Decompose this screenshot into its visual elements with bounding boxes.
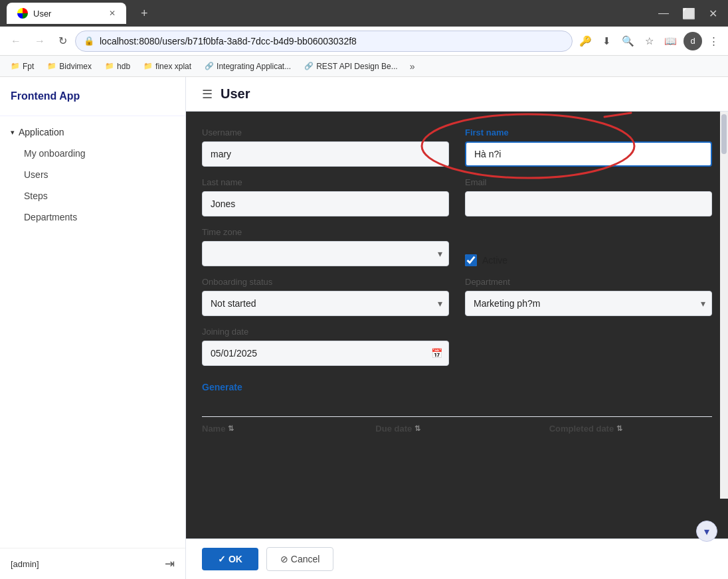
joining-date-input[interactable] — [202, 341, 449, 366]
folder-icon: 📁 — [47, 62, 56, 70]
generate-button[interactable]: Generate — [202, 376, 712, 398]
sidebar: Frontend App ▾ Application My onboarding… — [0, 77, 186, 579]
department-select[interactable]: Marketing ph?m — [465, 291, 712, 316]
email-label: Email — [465, 177, 712, 187]
app-title: Frontend App — [0, 77, 185, 116]
new-tab-button[interactable]: + — [130, 3, 159, 24]
username-group: Username — [202, 127, 449, 167]
timezone-select-wrapper — [202, 241, 449, 266]
lastname-group: Last name — [202, 177, 449, 216]
svg-line-1 — [604, 113, 631, 117]
hamburger-icon[interactable]: ☰ — [202, 87, 213, 102]
password-icon-button[interactable]: 🔑 — [575, 33, 596, 50]
scrollbar-track — [720, 112, 728, 499]
sidebar-item-steps[interactable]: Steps — [0, 185, 185, 207]
email-input[interactable] — [465, 191, 712, 216]
tab-close-button[interactable]: ✕ — [109, 9, 116, 18]
active-group: Active — [465, 227, 712, 266]
url-display: localhost:8080/users/b71f0bfa-3a8d-7dcc-… — [100, 36, 564, 46]
profile-icon[interactable]: d — [683, 32, 702, 50]
logout-button[interactable]: ⇥ — [165, 556, 175, 571]
form-grid: Username First name Last name — [202, 127, 712, 438]
lastname-label: Last name — [202, 177, 449, 187]
onboarding-select[interactable]: Not started — [202, 291, 449, 316]
bookmark-finex[interactable]: 📁 finex xplat — [138, 60, 197, 72]
address-bar[interactable]: 🔒 localhost:8080/users/b71f0bfa-3a8d-7dc… — [75, 31, 573, 52]
username-label: Username — [202, 127, 449, 137]
sidebar-item-departments[interactable]: Departments — [0, 207, 185, 228]
more-options-button[interactable]: ⋮ — [705, 33, 723, 50]
close-button[interactable]: ✕ — [705, 6, 721, 21]
cancel-button[interactable]: ⊘ Cancel — [266, 547, 333, 571]
bookmark-rest-api[interactable]: 🔗 REST API Design Be... — [299, 60, 403, 72]
bookmark-bidvimex[interactable]: 📁 Bidvimex — [42, 60, 97, 72]
forward-button[interactable]: → — [29, 31, 50, 51]
active-checkbox-row: Active — [465, 249, 712, 266]
bookmark-hdb[interactable]: 📁 hdb — [100, 60, 136, 72]
sidebar-footer: [admin] ⇥ — [0, 548, 185, 579]
ok-button[interactable]: ✓ OK — [202, 548, 258, 570]
bookmark-fpt[interactable]: 📁 Fpt — [5, 60, 39, 72]
sort-icon-due[interactable]: ⇅ — [414, 424, 420, 433]
sort-icon-completed[interactable]: ⇅ — [616, 424, 622, 433]
reload-button[interactable]: ↻ — [53, 31, 72, 51]
lastname-input[interactable] — [202, 191, 449, 216]
firstname-label: First name — [465, 127, 712, 137]
download-icon-button[interactable]: ⬇ — [598, 33, 615, 50]
onboarding-select-wrapper: Not started — [202, 291, 449, 316]
minimize-button[interactable]: — — [654, 6, 673, 21]
joining-date-label: Joining date — [202, 327, 449, 337]
back-button[interactable]: ← — [5, 31, 27, 51]
sidebar-section-application-header[interactable]: ▾ Application — [0, 122, 185, 143]
chevron-down-icon: ▾ — [11, 128, 15, 137]
calendar-icon[interactable]: 📅 — [431, 348, 442, 359]
timezone-group: Time zone — [202, 227, 449, 266]
timezone-select[interactable] — [202, 241, 449, 266]
link-icon: 🔗 — [304, 62, 314, 70]
search-icon-button[interactable]: 🔍 — [618, 33, 638, 50]
timezone-label: Time zone — [202, 227, 449, 237]
sort-icon-name[interactable]: ⇅ — [228, 424, 234, 433]
reading-list-icon-button[interactable]: 📖 — [660, 33, 681, 50]
bookmarks-bar: 📁 Fpt 📁 Bidvimex 📁 hdb 📁 finex xplat 🔗 I… — [0, 56, 728, 77]
date-wrapper: 📅 — [202, 341, 449, 366]
active-label: Active — [482, 255, 507, 266]
link-icon: 🔗 — [205, 62, 214, 70]
firstname-input[interactable] — [465, 141, 712, 167]
footer-bar: ✓ OK ⊘ Cancel — [186, 538, 728, 579]
generate-group: Generate — [202, 376, 712, 398]
lock-icon: 🔒 — [84, 36, 94, 46]
email-group: Email — [465, 177, 712, 216]
username-input[interactable] — [202, 141, 449, 167]
onboarding-status-label: Onboarding status — [202, 277, 449, 287]
department-label: Department — [465, 277, 712, 287]
form-area: Username First name Last name — [186, 112, 728, 538]
folder-icon: 📁 — [143, 62, 153, 70]
scroll-down-button[interactable]: ▾ — [696, 521, 717, 542]
folder-icon: 📁 — [105, 62, 114, 70]
table-completed-header: Completed date ⇅ — [549, 424, 712, 434]
joining-date-group: Joining date 📅 — [202, 327, 449, 366]
active-checkbox[interactable] — [465, 254, 477, 266]
current-user-label: [admin] — [11, 559, 39, 569]
department-select-wrapper: Marketing ph?m — [465, 291, 712, 316]
spacer — [465, 327, 712, 366]
sidebar-item-users[interactable]: Users — [0, 164, 185, 185]
table-headers: Name ⇅ Due date ⇅ Completed date ⇅ — [202, 408, 712, 438]
department-group: Department Marketing ph?m — [465, 277, 712, 316]
scrollbar-thumb[interactable] — [721, 114, 727, 154]
page-header: ☰ User — [186, 77, 728, 112]
sidebar-section-application: ▾ Application My onboarding Users Steps … — [0, 116, 185, 233]
bookmark-integrating[interactable]: 🔗 Integrating Applicat... — [199, 60, 296, 72]
tab-favicon — [17, 8, 28, 19]
folder-icon: 📁 — [11, 62, 20, 70]
onboarding-status-group: Onboarding status Not started — [202, 277, 449, 316]
bookmarks-more-button[interactable]: » — [406, 60, 419, 73]
main-content: ☰ User Username F — [186, 77, 728, 579]
page-title: User — [221, 86, 250, 102]
table-name-header: Name ⇅ — [202, 424, 365, 434]
maximize-button[interactable]: ⬜ — [678, 6, 699, 21]
favorites-icon-button[interactable]: ☆ — [641, 33, 658, 50]
sidebar-item-my-onboarding[interactable]: My onboarding — [0, 143, 185, 164]
tab-title: User — [33, 9, 101, 19]
